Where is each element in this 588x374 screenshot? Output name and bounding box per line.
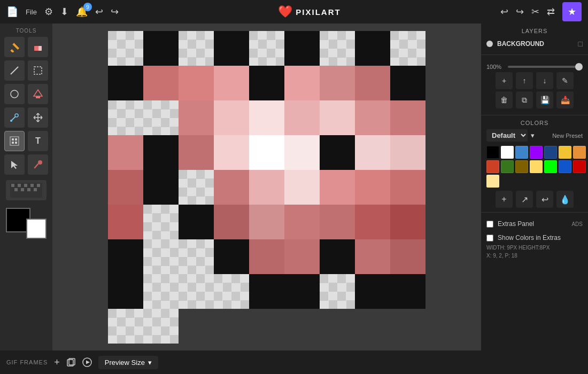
circle-tool[interactable] [4, 84, 25, 104]
pixel-cell[interactable] [214, 239, 249, 274]
topbar-undo-icon[interactable]: ↩ [500, 6, 508, 18]
color-swatch[interactable] [544, 146, 557, 159]
pixel-cell[interactable] [249, 170, 284, 205]
color-swatch[interactable] [559, 160, 571, 173]
pixel-cell[interactable] [214, 66, 249, 100]
layer-visibility[interactable] [486, 41, 493, 47]
pixel-cell[interactable] [108, 239, 143, 274]
new-preset-btn[interactable]: New Preset [552, 133, 583, 139]
eyedropper-tool[interactable] [4, 107, 25, 128]
pixel-cell[interactable] [143, 135, 179, 170]
pixel-cell[interactable] [284, 135, 320, 170]
download-icon[interactable]: ⬇ [60, 6, 68, 18]
pixel-cell[interactable] [355, 100, 390, 135]
pixel-cell[interactable] [284, 170, 320, 205]
pixel-cell[interactable] [143, 309, 179, 344]
extras-panel-checkbox[interactable] [486, 221, 493, 228]
pixel-cell[interactable] [390, 100, 425, 135]
color-swatch[interactable] [573, 160, 586, 173]
pixel-cell[interactable] [143, 100, 179, 135]
undo-color-btn[interactable]: ↩ [536, 191, 553, 208]
move-tool[interactable] [28, 107, 48, 128]
pixel-cell[interactable] [355, 135, 390, 170]
pixel-canvas[interactable] [108, 31, 425, 344]
pixel-cell[interactable] [179, 31, 214, 66]
move-up-btn[interactable]: ↑ [516, 72, 533, 89]
background-color[interactable] [26, 219, 47, 239]
pixel-cell[interactable] [284, 205, 320, 239]
star-button[interactable]: ★ [562, 2, 582, 21]
notification-bell[interactable]: 🔔 9 [76, 6, 88, 18]
pixel-cell[interactable] [320, 100, 355, 135]
pencil-tool[interactable] [4, 37, 25, 57]
pixel-cell[interactable] [179, 135, 214, 170]
dropper-color-btn[interactable]: 💧 [556, 191, 574, 208]
pixel-cell[interactable] [179, 170, 214, 205]
layer-expand-icon[interactable]: □ [578, 40, 583, 48]
add-color-btn[interactable]: + [496, 191, 513, 208]
pixel-cell[interactable] [214, 100, 249, 135]
pixel-cell[interactable] [108, 274, 143, 309]
pixel-cell[interactable] [284, 31, 320, 66]
pixel-cell[interactable] [108, 66, 143, 100]
pixel-cell[interactable] [108, 170, 143, 205]
pixel-cell[interactable] [214, 135, 249, 170]
pixel-cell[interactable] [284, 239, 320, 274]
pixel-cell[interactable] [108, 205, 143, 239]
save-layer-btn[interactable]: 💾 [536, 91, 553, 108]
pixel-cell[interactable] [108, 31, 143, 66]
pixel-cell[interactable] [320, 239, 355, 274]
select-tool[interactable] [28, 60, 48, 81]
preset-select[interactable]: Default [486, 129, 528, 142]
add-layer-btn[interactable]: + [496, 72, 513, 89]
pixel-cell[interactable] [355, 205, 390, 239]
pixel-cell[interactable] [249, 274, 284, 309]
pixel-cell[interactable] [214, 205, 249, 239]
pixel-cell[interactable] [390, 239, 425, 274]
pixel-cell[interactable] [284, 100, 320, 135]
line-tool[interactable] [4, 60, 25, 81]
pixel-cell[interactable] [143, 274, 179, 309]
share-color-btn[interactable]: ↗ [516, 191, 533, 208]
pixel-cell[interactable] [214, 274, 249, 309]
pixel-cell[interactable] [143, 205, 179, 239]
pixel-cell[interactable] [179, 100, 214, 135]
pixel-cell[interactable] [249, 135, 284, 170]
pixel-cell[interactable] [108, 309, 143, 344]
pixel-cell[interactable] [179, 239, 214, 274]
pixel-cell[interactable] [179, 205, 214, 239]
color-swatch[interactable] [515, 160, 528, 173]
duplicate-layer-btn[interactable]: ⧉ [516, 91, 533, 108]
pixel-cell[interactable] [355, 31, 390, 66]
dither-tool[interactable] [6, 180, 47, 200]
pixel-cell[interactable] [249, 31, 284, 66]
pixel-cell[interactable] [320, 135, 355, 170]
color-swatch[interactable] [501, 146, 514, 159]
pixel-cell[interactable] [143, 66, 179, 100]
color-swatch[interactable] [486, 160, 499, 173]
text-tool[interactable]: T [28, 131, 48, 151]
pixel-cell[interactable] [284, 274, 320, 309]
color-swatch[interactable] [544, 160, 557, 173]
arrow-select-tool[interactable] [4, 154, 25, 175]
add-frame-btn[interactable]: + [54, 357, 60, 368]
pixel-cell[interactable] [320, 274, 355, 309]
pixel-cell[interactable] [390, 135, 425, 170]
opacity-slider[interactable] [508, 66, 583, 68]
color-swatch[interactable] [530, 146, 543, 159]
undo-icon[interactable]: ↩ [95, 6, 103, 18]
color-swatch[interactable] [486, 175, 499, 188]
pixel-cell[interactable] [390, 274, 425, 309]
import-layer-btn[interactable]: 📥 [556, 91, 574, 108]
move-down-btn[interactable]: ↓ [536, 72, 553, 89]
pixel-cell[interactable] [108, 100, 143, 135]
file-icon[interactable]: 📄 [6, 6, 18, 18]
pixel-cell[interactable] [108, 135, 143, 170]
pixel-cell[interactable] [390, 66, 425, 100]
pixel-cell[interactable] [249, 205, 284, 239]
eraser-tool[interactable] [28, 37, 48, 57]
pixel-cell[interactable] [249, 100, 284, 135]
pixel-cell[interactable] [320, 31, 355, 66]
file-label[interactable]: File [26, 8, 37, 16]
edit-layer-btn[interactable]: ✎ [556, 72, 574, 89]
